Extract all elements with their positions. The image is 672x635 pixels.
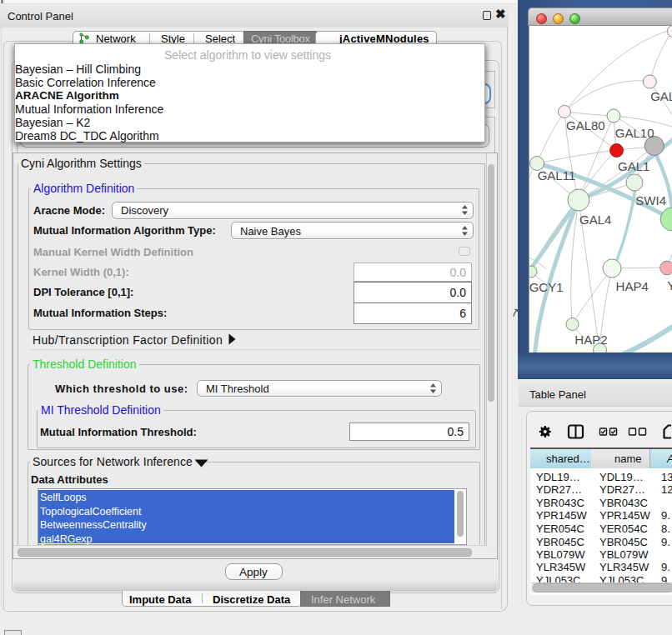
svg-text:GCY1: GCY1 (529, 280, 564, 294)
svg-text:GAL7: GAL7 (650, 89, 672, 103)
svg-text:GAL11: GAL11 (538, 168, 576, 182)
svg-text:GAL4: GAL4 (579, 212, 611, 227)
svg-text:HAP2: HAP2 (574, 332, 607, 347)
svg-text:SWI4: SWI4 (635, 193, 666, 208)
svg-text:GAL1: GAL1 (618, 159, 649, 173)
svg-text:GAL10: GAL10 (615, 126, 654, 140)
svg-text:HAP4: HAP4 (616, 279, 649, 293)
svg-text:GAL80: GAL80 (566, 118, 605, 132)
svg-text:Y: Y (667, 278, 672, 292)
